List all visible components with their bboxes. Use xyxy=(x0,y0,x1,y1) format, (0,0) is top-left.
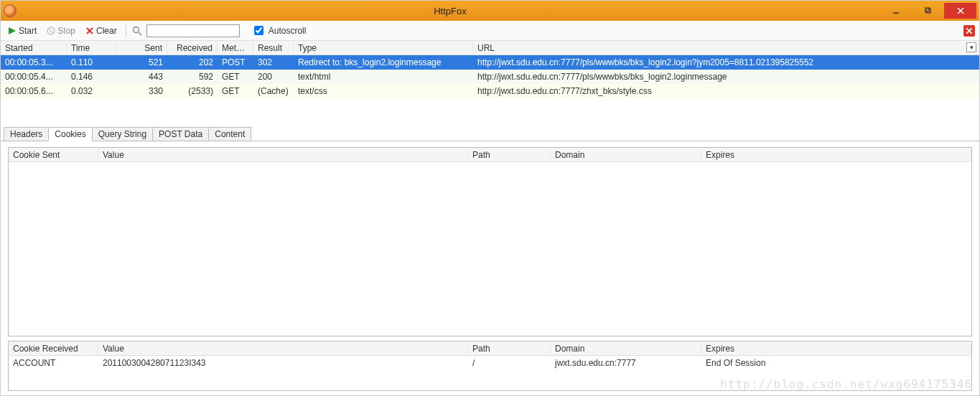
detail-tabs: Headers Cookies Query String POST Data C… xyxy=(1,124,979,141)
svg-line-7 xyxy=(49,29,53,33)
cookie-row[interactable]: ACCOUNT 201100300428071123I343 / jwxt.sd… xyxy=(9,356,971,370)
col-received[interactable]: Received xyxy=(167,43,218,53)
col-expires[interactable]: Expires xyxy=(701,344,971,354)
x-icon xyxy=(85,27,94,35)
stop-icon xyxy=(47,27,55,35)
minimize-icon xyxy=(892,7,900,14)
col-cookie-sent[interactable]: Cookie Sent xyxy=(9,150,98,160)
play-icon xyxy=(8,27,17,35)
tab-query-string[interactable]: Query String xyxy=(92,127,153,141)
col-value[interactable]: Value xyxy=(98,344,468,354)
app-window: HttpFox Start Stop Clear xyxy=(0,0,980,396)
svg-rect-1 xyxy=(926,9,930,13)
col-value[interactable]: Value xyxy=(98,150,468,160)
cookies-sent-body xyxy=(9,162,971,336)
table-row[interactable]: 00:00:05.3... 0.110 521 202 POST 302 Red… xyxy=(1,55,979,70)
svg-line-11 xyxy=(139,32,141,35)
column-picker-icon[interactable]: ▾ xyxy=(966,42,976,52)
col-sent[interactable]: Sent xyxy=(117,43,167,53)
window-buttons xyxy=(879,3,976,19)
stop-button[interactable]: Stop xyxy=(44,25,78,37)
cookies-sent-header: Cookie Sent Value Path Domain Expires xyxy=(9,148,971,162)
titlebar: HttpFox xyxy=(1,1,979,21)
separator xyxy=(126,24,126,37)
autoscroll-toggle[interactable]: Autoscroll xyxy=(251,24,307,37)
cookies-sent-table: Cookie Sent Value Path Domain Expires xyxy=(8,147,972,336)
cookies-panel: Cookie Sent Value Path Domain Expires Co… xyxy=(1,141,979,395)
close-icon xyxy=(966,28,972,34)
col-domain[interactable]: Domain xyxy=(551,344,701,354)
table-row[interactable]: 00:00:05.6... 0.032 330 (2533) GET (Cach… xyxy=(1,84,979,98)
request-table-header: Started Time Sent Received Method Result… xyxy=(1,41,979,55)
stop-label: Stop xyxy=(57,26,75,36)
firefox-icon xyxy=(4,4,17,17)
start-label: Start xyxy=(19,26,37,36)
tab-content[interactable]: Content xyxy=(208,127,251,141)
col-domain[interactable]: Domain xyxy=(551,150,701,160)
cookie-name: ACCOUNT xyxy=(9,358,98,368)
table-row[interactable]: 00:00:05.4... 0.146 443 592 GET 200 text… xyxy=(1,70,979,84)
request-table: Started Time Sent Received Method Result… xyxy=(1,41,979,120)
maximize-icon xyxy=(925,7,932,14)
start-button[interactable]: Start xyxy=(5,25,39,37)
cookie-expires: End Of Session xyxy=(701,358,971,368)
svg-rect-2 xyxy=(925,7,929,11)
search-icon xyxy=(132,26,142,36)
cookie-domain: jwxt.sdu.edu.cn:7777 xyxy=(551,358,701,368)
col-path[interactable]: Path xyxy=(468,344,551,354)
svg-marker-5 xyxy=(9,27,16,34)
col-started[interactable]: Started xyxy=(1,43,67,53)
autoscroll-label: Autoscroll xyxy=(269,26,307,36)
request-rows: 00:00:05.3... 0.110 521 202 POST 302 Red… xyxy=(1,55,979,120)
col-time[interactable]: Time xyxy=(67,43,117,53)
close-icon xyxy=(957,7,964,14)
panel-close-button[interactable] xyxy=(963,25,975,37)
col-expires[interactable]: Expires xyxy=(701,150,971,160)
autoscroll-checkbox[interactable] xyxy=(254,26,263,35)
col-path[interactable]: Path xyxy=(468,150,551,160)
svg-line-4 xyxy=(958,8,963,14)
tab-cookies[interactable]: Cookies xyxy=(48,127,92,141)
cookie-path: / xyxy=(468,358,551,368)
toolbar: Start Stop Clear Autoscroll xyxy=(1,21,979,41)
col-type[interactable]: Type xyxy=(294,43,473,53)
maximize-button[interactable] xyxy=(912,3,944,19)
col-url[interactable]: URL xyxy=(473,43,979,53)
tab-post-data[interactable]: POST Data xyxy=(152,127,209,141)
clear-label: Clear xyxy=(96,26,117,36)
col-method[interactable]: Method xyxy=(218,43,253,53)
tab-headers[interactable]: Headers xyxy=(4,127,49,141)
cookie-value: 201100300428071123I343 xyxy=(98,358,468,368)
col-result[interactable]: Result xyxy=(253,43,294,53)
cookies-received-header: Cookie Received Value Path Domain Expire… xyxy=(9,341,971,356)
minimize-button[interactable] xyxy=(879,3,912,19)
close-button[interactable] xyxy=(944,3,976,19)
window-title: HttpFox xyxy=(21,6,879,16)
cookies-received-body: ACCOUNT 201100300428071123I343 / jwxt.sd… xyxy=(9,356,971,390)
svg-line-3 xyxy=(958,8,963,14)
filter-input[interactable] xyxy=(146,24,240,37)
cookies-received-table: Cookie Received Value Path Domain Expire… xyxy=(8,341,972,391)
svg-point-10 xyxy=(133,27,139,32)
col-cookie-received[interactable]: Cookie Received xyxy=(9,344,98,354)
clear-button[interactable]: Clear xyxy=(83,25,120,37)
